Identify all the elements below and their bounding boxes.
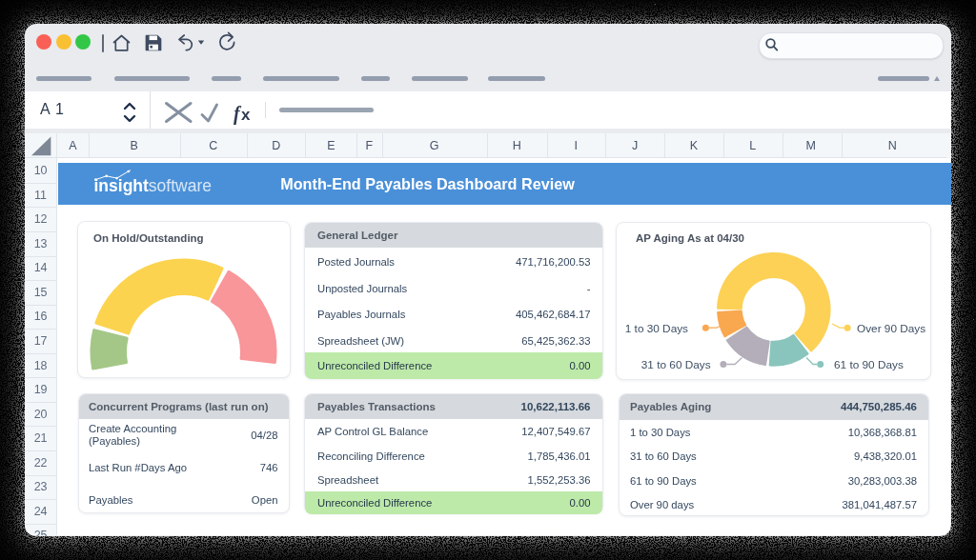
svg-text:x: x [241,106,251,124]
